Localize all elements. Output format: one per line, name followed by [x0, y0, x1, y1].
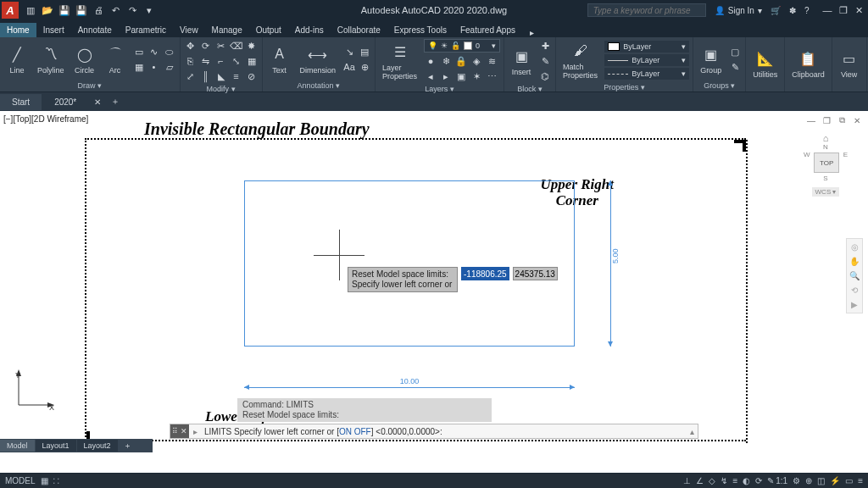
panel-block-label[interactable]: Block ▾ [508, 83, 552, 95]
command-line[interactable]: ⠿ ✕ ▸ LIMITS Specify lower left corner o… [170, 424, 698, 439]
file-tab-doc[interactable]: 2020* [42, 94, 88, 110]
cycling-toggle-icon[interactable]: ⟳ [755, 476, 762, 485]
annotation-monitor-icon[interactable]: ⊕ [805, 476, 812, 485]
file-tab-start[interactable]: Start [0, 94, 42, 110]
dimension-button[interactable]: ⟷Dimension [297, 42, 340, 76]
tab-featured[interactable]: Featured Apps [453, 23, 522, 37]
transparency-toggle-icon[interactable]: ◐ [743, 476, 750, 485]
status-model[interactable]: MODEL [5, 476, 36, 485]
break-icon[interactable]: ⊘ [245, 69, 259, 83]
tab-addins[interactable]: Add-ins [288, 23, 331, 37]
vp-minimize-icon[interactable]: — [805, 114, 817, 126]
arc-button[interactable]: ⌒Arc [102, 42, 129, 76]
panel-annotation-label[interactable]: Annotation ▾ [266, 80, 372, 92]
leader-icon[interactable]: ↘ [342, 45, 356, 58]
layer-match-icon[interactable]: ≋ [485, 54, 498, 68]
qat-save-icon[interactable]: 💾 [58, 3, 71, 17]
qat-dropdown-icon[interactable]: ▾ [142, 3, 156, 17]
restore-icon[interactable]: ❐ [839, 5, 848, 15]
view-button[interactable]: ▭View [836, 47, 863, 80]
wcs-dropdown[interactable]: WCS ▾ [812, 187, 840, 197]
polyline-button[interactable]: 〽Polyline [34, 42, 68, 76]
group-button[interactable]: ▣Group [697, 42, 725, 76]
orbit-icon[interactable]: ⟲ [851, 286, 858, 295]
file-tab-close-icon[interactable]: ✕ [94, 97, 101, 107]
lineweight-toggle-icon[interactable]: ≡ [732, 476, 737, 485]
dynamic-input-y[interactable]: 245375.13 [513, 267, 558, 280]
showmotion-icon[interactable]: ▶ [851, 300, 858, 309]
utilities-button[interactable]: 📐Utilities [749, 47, 781, 80]
erase-icon[interactable]: ⌫ [230, 39, 243, 53]
rotate-icon[interactable]: ⟳ [199, 39, 213, 53]
viewport-label[interactable]: [−][Top][2D Wireframe] [3, 114, 88, 124]
grid-toggle-icon[interactable]: ▦ [41, 476, 48, 485]
ellipse-icon[interactable]: ⬭ [163, 45, 176, 58]
tab-output[interactable]: Output [249, 23, 288, 37]
stretch-icon[interactable]: ⤡ [230, 54, 243, 68]
attr-icon[interactable]: ⌬ [538, 69, 552, 83]
annoscale-icon[interactable]: ✎ 1:1 [767, 476, 787, 485]
insert-button[interactable]: ▣Insert [508, 44, 535, 78]
qat-redo-icon[interactable]: ↷ [125, 3, 139, 17]
add-layout-icon[interactable]: ＋ [119, 439, 136, 453]
polar-toggle-icon[interactable]: ∠ [696, 476, 704, 485]
lineweight-dropdown[interactable]: ByLayer▾ [604, 54, 689, 66]
vp-close-icon[interactable]: ✕ [851, 114, 863, 126]
ribbon-overflow-icon[interactable]: ▸ [526, 28, 539, 37]
panel-draw-label[interactable]: Draw ▾ [3, 80, 176, 92]
offset-icon[interactable]: ║ [199, 69, 213, 83]
cleanscreen-icon[interactable]: ▭ [845, 476, 853, 485]
line-button[interactable]: ╱Line [3, 42, 31, 76]
qat-saveas-icon[interactable]: 💾 [75, 3, 88, 17]
viewcube[interactable]: ⌂ N WTOPE S WCS ▾ [798, 133, 853, 197]
qat-plot-icon[interactable]: 🖨 [92, 3, 105, 17]
table-icon[interactable]: ▤ [358, 45, 371, 58]
color-dropdown[interactable]: ByLayer▾ [604, 41, 689, 53]
viewcube-home-icon[interactable]: ⌂ [798, 133, 853, 143]
drawing-area[interactable]: [−][Top][2D Wireframe] — ❐ ⧉ ✕ Invisible… [0, 111, 868, 452]
layer-more-icon[interactable]: ⋯ [485, 69, 498, 83]
tab-model[interactable]: Model [0, 440, 35, 452]
point-icon[interactable]: • [147, 60, 161, 74]
tab-collaborate[interactable]: Collaborate [331, 23, 387, 37]
tab-layout1[interactable]: Layout1 [36, 440, 76, 452]
isolate-icon[interactable]: ◫ [817, 476, 825, 485]
tab-view[interactable]: View [173, 23, 205, 37]
layer-vpfreeze-icon[interactable]: ✶ [470, 69, 483, 83]
tab-annotate[interactable]: Annotate [71, 23, 119, 37]
help-icon[interactable]: ? [804, 6, 810, 15]
snap-toggle-icon[interactable]: ⸬ [53, 476, 59, 486]
layer-iso-icon[interactable]: ◈ [470, 54, 483, 68]
clipboard-button[interactable]: 📋Clipboard [788, 47, 828, 80]
pan-icon[interactable]: ✋ [849, 257, 860, 266]
exchange-icon[interactable]: ✽ [789, 6, 796, 15]
viewcube-face[interactable]: TOP [814, 152, 839, 173]
panel-modify-label[interactable]: Modify ▾ [184, 83, 259, 95]
qat-open-icon[interactable]: 📂 [41, 3, 54, 17]
tab-manage[interactable]: Manage [205, 23, 249, 37]
vp-restore-icon[interactable]: ⧉ [836, 114, 848, 126]
array-icon[interactable]: ▦ [245, 54, 259, 68]
layer-state-icon[interactable]: ▣ [454, 69, 468, 83]
spline-icon[interactable]: ∿ [147, 45, 161, 58]
center-icon[interactable]: ⊕ [358, 60, 371, 74]
app-logo[interactable]: A [2, 2, 19, 19]
sign-in-button[interactable]: 👤Sign In▾ [715, 6, 762, 15]
panel-properties-label[interactable]: Properties ▾ [559, 81, 689, 93]
ungroup-icon[interactable]: ▢ [728, 45, 742, 58]
file-tab-new-icon[interactable]: ＋ [111, 96, 120, 108]
workspace-icon[interactable]: ⚙ [793, 476, 800, 485]
tab-parametric[interactable]: Parametric [119, 23, 173, 37]
tab-express[interactable]: Express Tools [387, 23, 453, 37]
layer-freeze-icon[interactable]: ❄ [439, 54, 453, 68]
panel-groups-label[interactable]: Groups ▾ [697, 80, 742, 92]
mtext-icon[interactable]: Aa [342, 60, 356, 74]
create-block-icon[interactable]: ✚ [538, 39, 552, 53]
otrack-toggle-icon[interactable]: ↯ [721, 476, 727, 485]
panel-layers-label[interactable]: Layers ▾ [379, 83, 500, 95]
dynamic-input-x[interactable]: -118806.25 [461, 267, 509, 280]
linetype-dropdown[interactable]: ByLayer▾ [604, 68, 689, 80]
zoom-icon[interactable]: 🔍 [849, 271, 860, 280]
vp-maximize-icon[interactable]: ❐ [821, 114, 832, 126]
circle-button[interactable]: ◯Circle [71, 42, 98, 76]
